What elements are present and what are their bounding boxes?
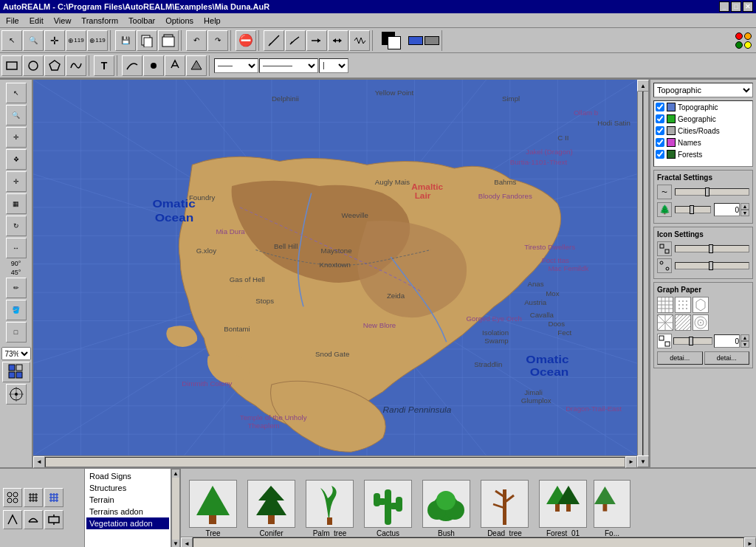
scroll-left-button[interactable]: ◄ [33, 456, 45, 468]
line-end-select[interactable]: | → [319, 58, 348, 73]
lt-fill[interactable]: 🪣 [6, 300, 27, 320]
detail-button-1[interactable]: detai... [657, 351, 703, 365]
graph-cell-6[interactable] [693, 314, 709, 331]
gallery-scroll-right[interactable]: ► [744, 537, 756, 547]
line-width-select[interactable]: ———— ━━━━ [259, 58, 318, 73]
undo-button[interactable]: ↶ [186, 30, 207, 51]
rect-button[interactable] [1, 55, 22, 76]
lt-grid2[interactable] [2, 362, 30, 382]
spline-button[interactable] [66, 55, 86, 76]
copy-button[interactable] [137, 30, 157, 51]
redo-button[interactable]: ↷ [207, 30, 228, 51]
bt-tool4[interactable] [3, 510, 22, 529]
gallery-scroll-left[interactable]: ◄ [181, 537, 193, 547]
detail-button-2[interactable]: detai... [704, 351, 750, 365]
fractal-spin-up[interactable]: ▲ [740, 203, 749, 210]
color-blue[interactable] [408, 36, 423, 45]
category-terrains-addon[interactable]: Terrains addon [86, 506, 169, 517]
category-scroll-track[interactable] [172, 478, 179, 540]
bt-grid3[interactable] [44, 488, 63, 507]
h-scroll-track[interactable] [45, 457, 625, 467]
layer-topographic-checkbox[interactable] [656, 103, 664, 111]
menu-options[interactable]: Options [161, 15, 198, 27]
minimize-button[interactable]: _ [719, 1, 729, 12]
menu-help[interactable]: Help [199, 15, 225, 27]
category-vegetation-addon[interactable]: Vegetation addon [86, 517, 169, 529]
symbol-bush[interactable]: Bush [419, 480, 474, 537]
bt-tool5[interactable] [24, 510, 43, 529]
layer-dropdown[interactable]: Topographic Geographic Cities/Roads Name… [653, 83, 753, 97]
maximize-button[interactable]: □ [731, 1, 741, 12]
paste-button[interactable] [158, 30, 179, 51]
icon-slider-2[interactable] [675, 262, 749, 269]
scroll-right-button[interactable]: ► [625, 456, 637, 468]
lt-zoom-in[interactable]: 🔍 [6, 105, 27, 125]
category-scroll-down[interactable]: ▼ [173, 540, 179, 547]
lt-snap[interactable] [6, 384, 27, 405]
layer-forests[interactable]: Forests [654, 148, 752, 160]
layer-geographic-checkbox[interactable] [656, 114, 664, 123]
lt-select[interactable]: ↖ [6, 83, 27, 103]
pen1-button[interactable] [264, 30, 284, 51]
arrow2-button[interactable] [328, 30, 348, 51]
stop-button[interactable]: ⛔ [236, 30, 256, 51]
symbol-palm[interactable]: Palm_tree [302, 480, 357, 537]
circle-button[interactable] [23, 55, 44, 76]
fractal-slider-1[interactable] [675, 188, 749, 196]
text-button[interactable]: T [94, 55, 114, 76]
symbol-conifer[interactable]: Conifer [244, 480, 299, 537]
menu-file[interactable]: File [1, 15, 24, 27]
scroll-up-button[interactable]: ▲ [637, 80, 649, 92]
symbol-tree[interactable]: Tree [185, 480, 241, 537]
bt-grid1[interactable] [3, 488, 22, 507]
zigzag-button[interactable] [349, 30, 370, 51]
snap1-button[interactable]: ⊕119 [66, 30, 86, 51]
close-button[interactable]: ✕ [743, 1, 753, 12]
polygon-button[interactable] [44, 55, 65, 76]
menu-view[interactable]: View [49, 15, 76, 27]
graph-cell-5[interactable] [675, 314, 691, 331]
symbol-dead-tree[interactable]: Dead_tree [477, 480, 532, 537]
select-tool-button[interactable]: ↖ [1, 30, 22, 51]
category-road-signs[interactable]: Road Signs [86, 470, 169, 482]
layer-forests-checkbox[interactable] [656, 150, 664, 159]
curve2-button[interactable] [122, 55, 142, 76]
line-style-select[interactable]: —— - - - ····· [214, 58, 258, 73]
bt-tool6[interactable] [44, 510, 63, 529]
gallery-scroll-track[interactable] [193, 537, 744, 547]
layer-topographic[interactable]: Topographic [654, 101, 752, 113]
graph-spin-up[interactable]: ▲ [740, 334, 749, 341]
arrow1-button[interactable] [306, 30, 327, 51]
graph-cell-2[interactable] [675, 297, 691, 313]
fill-button[interactable] [186, 55, 207, 76]
graph-cell-1[interactable] [657, 297, 673, 313]
zoom-select[interactable]: 73% 100% 50% 25% [1, 347, 31, 360]
lt-grid[interactable]: ▦ [6, 193, 27, 214]
lt-rotate[interactable]: ↻ [6, 216, 27, 236]
layer-geographic[interactable]: Geographic [654, 113, 752, 125]
symbol-button[interactable] [165, 55, 185, 76]
pan-button[interactable]: ✛ [44, 30, 65, 51]
symbol-fo[interactable]: Fo... [594, 480, 630, 537]
fractal-spin-down[interactable]: ▼ [740, 210, 749, 216]
layer-citiesroads-checkbox[interactable] [656, 126, 664, 135]
map-canvas[interactable]: Omatic Ocean Omatic Ocean Amaltic Lair R… [33, 80, 637, 455]
lt-box[interactable]: □ [6, 322, 27, 343]
color-gray[interactable] [425, 36, 439, 45]
menu-toolbar[interactable]: Toolbar [124, 15, 159, 27]
category-terrain[interactable]: Terrain [86, 494, 169, 506]
graph-slider[interactable] [673, 337, 712, 345]
save-button[interactable]: 💾 [115, 30, 136, 51]
bt-grid2[interactable] [24, 488, 43, 507]
lt-node[interactable]: ❖ [6, 149, 27, 170]
graph-cell-4[interactable] [657, 314, 673, 331]
menu-transform[interactable]: Transform [77, 15, 123, 27]
dot-button[interactable] [143, 55, 164, 76]
layer-names[interactable]: Names [654, 137, 752, 148]
background-color[interactable] [388, 36, 401, 49]
lt-move[interactable]: ✛ [6, 171, 27, 192]
category-structures[interactable]: Structures [86, 482, 169, 494]
menu-edit[interactable]: Edit [25, 15, 48, 27]
pen2-button[interactable] [285, 30, 306, 51]
v-scroll-track[interactable] [642, 92, 644, 455]
